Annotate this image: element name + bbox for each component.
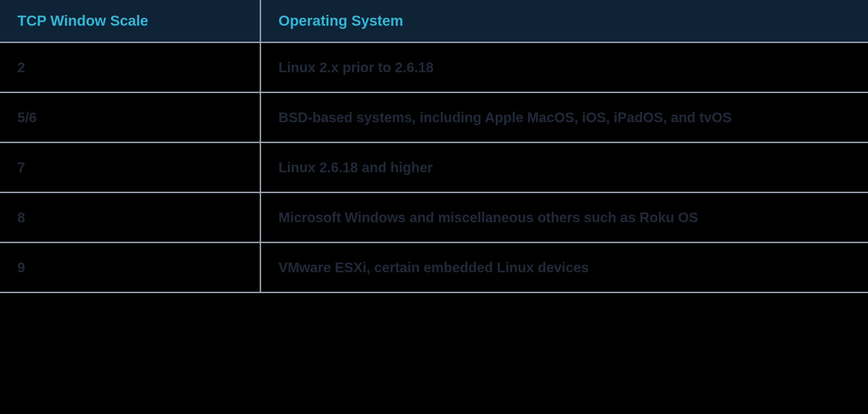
table-row: 5/6 BSD-based systems, including Apple M… (0, 92, 868, 142)
table-header-row: TCP Window Scale Operating System (0, 0, 868, 42)
cell-os: BSD-based systems, including Apple MacOS… (260, 92, 868, 142)
cell-scale: 5/6 (0, 92, 260, 142)
table-row: 2 Linux 2.x prior to 2.6.18 (0, 42, 868, 92)
cell-scale: 9 (0, 242, 260, 292)
table-row: 7 Linux 2.6.18 and higher (0, 142, 868, 192)
cell-os: VMware ESXi, certain embedded Linux devi… (260, 242, 868, 292)
table-row: 9 VMware ESXi, certain embedded Linux de… (0, 242, 868, 292)
cell-os: Linux 2.6.18 and higher (260, 142, 868, 192)
cell-scale: 8 (0, 192, 260, 242)
cell-scale: 2 (0, 42, 260, 92)
tcp-window-scale-table: TCP Window Scale Operating System 2 Linu… (0, 0, 868, 293)
cell-os: Microsoft Windows and miscellaneous othe… (260, 192, 868, 242)
table-row: 8 Microsoft Windows and miscellaneous ot… (0, 192, 868, 242)
header-operating-system: Operating System (260, 0, 868, 42)
cell-os: Linux 2.x prior to 2.6.18 (260, 42, 868, 92)
cell-scale: 7 (0, 142, 260, 192)
header-tcp-window-scale: TCP Window Scale (0, 0, 260, 42)
